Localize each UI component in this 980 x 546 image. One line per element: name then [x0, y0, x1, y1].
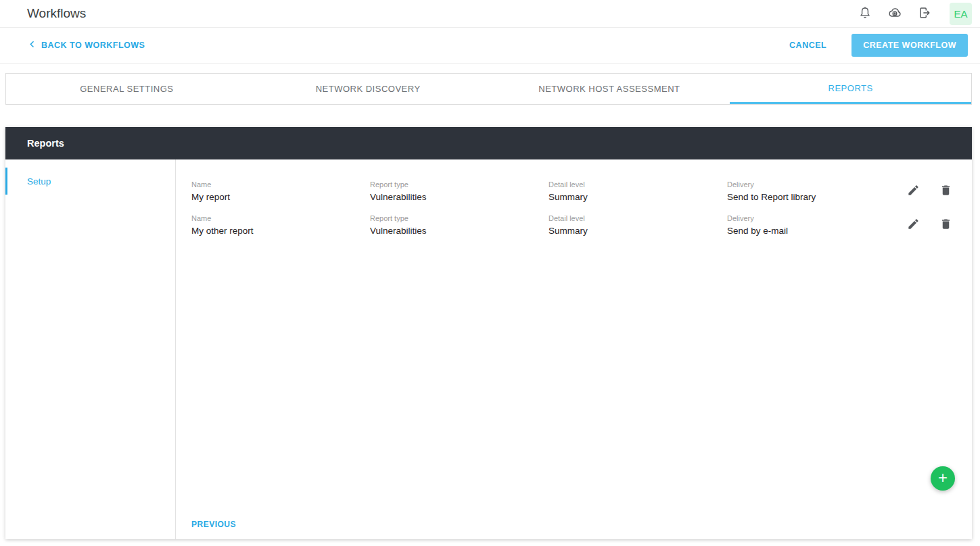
page-title: Workflows	[27, 6, 86, 21]
field-value: My report	[191, 191, 370, 203]
toolbar-buttons: CANCEL CREATE WORKFLOW	[787, 34, 968, 57]
detail-level-field: Detail level Summary	[549, 180, 727, 203]
panel-title: Reports	[27, 138, 64, 149]
delivery-field: Delivery Send to Report library	[727, 180, 905, 203]
panel-body: Setup Name My report Report type Vulnera…	[5, 159, 972, 539]
delete-report-button[interactable]	[937, 183, 954, 199]
reports-panel: Reports Setup Name My report Report type…	[5, 127, 972, 539]
step-network-discovery[interactable]: NETWORK DISCOVERY	[248, 74, 489, 104]
chevron-left-icon	[27, 39, 37, 51]
previous-button[interactable]: PREVIOUS	[191, 520, 236, 529]
field-value: Vulnerabilities	[370, 225, 549, 237]
field-value: Send by e-mail	[727, 225, 905, 237]
wizard-stepper: GENERAL SETTINGS NETWORK DISCOVERY NETWO…	[5, 73, 972, 105]
field-label: Name	[191, 214, 370, 223]
back-to-workflows-link[interactable]: BACK TO WORKFLOWS	[27, 39, 145, 51]
trash-icon	[939, 184, 952, 199]
back-link-label: BACK TO WORKFLOWS	[41, 41, 145, 50]
step-reports[interactable]: REPORTS	[730, 74, 971, 104]
plus-icon: +	[938, 470, 948, 486]
create-workflow-button[interactable]: CREATE WORKFLOW	[851, 34, 968, 57]
field-label: Report type	[370, 180, 549, 189]
field-label: Detail level	[549, 180, 727, 189]
pencil-icon	[907, 218, 920, 232]
field-value: Summary	[549, 191, 727, 203]
report-type-field: Report type Vulnerabilities	[370, 214, 549, 237]
detail-level-field: Detail level Summary	[549, 214, 727, 237]
delete-report-button[interactable]	[937, 217, 954, 233]
action-toolbar: BACK TO WORKFLOWS CANCEL CREATE WORKFLOW	[0, 28, 980, 64]
field-label: Delivery	[727, 214, 905, 223]
field-label: Report type	[370, 214, 549, 223]
logout-button[interactable]	[916, 5, 933, 22]
report-name-field: Name My other report	[191, 214, 370, 237]
report-name-field: Name My report	[191, 180, 370, 203]
cancel-button[interactable]: CANCEL	[787, 35, 829, 55]
report-row: Name My report Report type Vulnerabiliti…	[176, 174, 972, 208]
reports-content: Name My report Report type Vulnerabiliti…	[176, 159, 972, 539]
step-general-settings[interactable]: GENERAL SETTINGS	[6, 74, 248, 104]
avatar[interactable]: EA	[950, 3, 972, 25]
field-value: Summary	[549, 225, 727, 237]
report-row: Name My other report Report type Vulnera…	[176, 208, 972, 242]
bell-icon	[858, 5, 872, 22]
step-network-host-assessment[interactable]: NETWORK HOST ASSESSMENT	[489, 74, 730, 104]
field-value: Send to Report library	[727, 191, 905, 203]
pencil-icon	[907, 184, 920, 199]
trash-icon	[939, 218, 952, 232]
report-type-field: Report type Vulnerabilities	[370, 180, 549, 203]
edit-report-button[interactable]	[905, 217, 921, 233]
panel-sidebar: Setup	[5, 159, 176, 539]
panel-header: Reports	[5, 127, 972, 159]
notifications-button[interactable]	[857, 5, 873, 22]
add-report-fab[interactable]: +	[931, 466, 955, 491]
sidebar-item-setup[interactable]: Setup	[5, 168, 175, 195]
field-label: Delivery	[727, 180, 905, 189]
edit-report-button[interactable]	[905, 183, 921, 199]
field-value: Vulnerabilities	[370, 191, 549, 203]
field-label: Detail level	[549, 214, 727, 223]
row-actions	[905, 183, 954, 199]
cloud-download-icon	[887, 5, 902, 22]
cloud-download-button[interactable]	[887, 5, 903, 22]
topbar-actions: EA	[843, 3, 972, 25]
field-label: Name	[191, 180, 370, 189]
delivery-field: Delivery Send by e-mail	[727, 214, 905, 237]
row-actions	[905, 217, 954, 233]
logout-icon	[917, 5, 932, 22]
field-value: My other report	[191, 225, 370, 237]
top-app-bar: Workflows	[0, 0, 980, 28]
